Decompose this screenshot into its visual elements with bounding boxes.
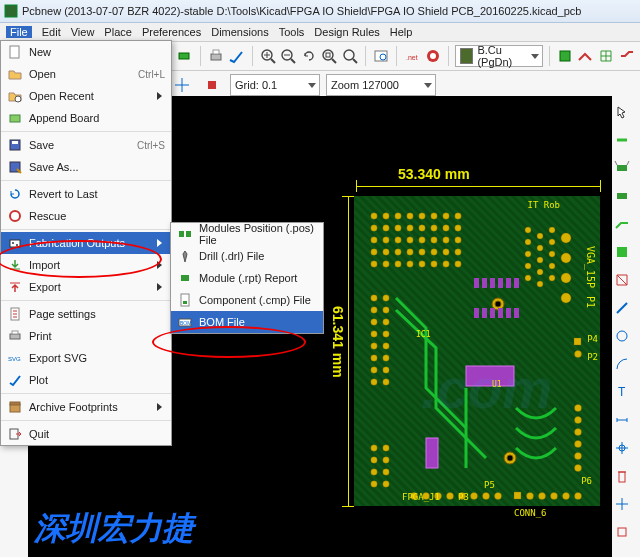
mode-track-icon[interactable] (576, 44, 595, 68)
svg-point-157 (15, 96, 21, 102)
svg-point-57 (371, 249, 377, 255)
svg-rect-138 (466, 366, 514, 386)
highlight-icon[interactable] (610, 128, 634, 152)
layer-label: B.Cu (PgDn) (477, 44, 527, 68)
svg-point-97 (371, 355, 377, 361)
netlist-icon[interactable]: .net (403, 44, 422, 68)
menu-item-new[interactable]: New (1, 41, 171, 63)
menu-item-archive[interactable]: Archive Footprints (1, 396, 171, 418)
menu-item-page-settings[interactable]: Page settings (1, 303, 171, 325)
menu-place[interactable]: Place (104, 26, 132, 38)
menu-item-export[interactable]: Export (1, 276, 171, 298)
zoom-auto-icon[interactable] (341, 44, 360, 68)
svg-rect-148 (506, 278, 511, 288)
layer-select[interactable]: B.Cu (PgDn) (455, 45, 543, 67)
menu-help[interactable]: Help (390, 26, 413, 38)
svg-point-44 (407, 225, 413, 231)
svg-point-108 (371, 445, 377, 451)
export-icon (7, 279, 23, 295)
menu-item-save-as[interactable]: Save As... (1, 156, 171, 178)
plot-icon[interactable] (227, 44, 246, 68)
add-line-icon[interactable] (610, 296, 634, 320)
menu-file[interactable]: File (6, 26, 32, 38)
svg-point-102 (383, 319, 389, 325)
menu-tools[interactable]: Tools (279, 26, 305, 38)
add-module-icon[interactable] (610, 184, 634, 208)
menu-item-rescue[interactable]: Rescue (1, 205, 171, 227)
svg-point-69 (419, 261, 425, 267)
svg-point-76 (561, 293, 571, 303)
add-arc-icon[interactable] (610, 352, 634, 376)
menu-edit[interactable]: Edit (42, 26, 61, 38)
cursor-crosshair-icon[interactable] (170, 73, 194, 97)
offset-icon[interactable] (610, 492, 634, 516)
module-ratsnest-icon[interactable] (610, 156, 634, 180)
svg-point-114 (383, 469, 389, 475)
menu-item-import[interactable]: Import (1, 254, 171, 276)
zoom-select[interactable]: Zoom 127000 (326, 74, 436, 96)
mode-footprint-icon[interactable] (556, 44, 575, 68)
svg-point-42 (383, 225, 389, 231)
menu-item-save[interactable]: SaveCtrl+S (1, 134, 171, 156)
submenu-component-cmp[interactable]: Component (.cmp) File (171, 289, 323, 311)
drc-icon[interactable] (424, 44, 443, 68)
svg-rect-153 (498, 308, 503, 318)
add-text-icon[interactable]: T (610, 380, 634, 404)
menu-item-plot[interactable]: Plot (1, 369, 171, 391)
svg-rect-151 (482, 308, 487, 318)
menu-preferences[interactable]: Preferences (142, 26, 201, 38)
grid-select[interactable]: Grid: 0.1 (230, 74, 320, 96)
menu-item-revert[interactable]: Revert to Last (1, 183, 171, 205)
zoom-out-icon[interactable] (279, 44, 298, 68)
menu-item-fabrication-outputs[interactable]: Fabrication Outputs (1, 232, 171, 254)
svg-point-119 (447, 493, 454, 500)
menu-item-quit[interactable]: Quit (1, 423, 171, 445)
svg-point-70 (431, 261, 437, 267)
svg-point-136 (575, 453, 582, 460)
menu-item-open[interactable]: OpenCtrl+L (1, 63, 171, 85)
add-dimension-icon[interactable] (610, 408, 634, 432)
find-icon[interactable] (372, 44, 391, 68)
refresh-icon[interactable] (299, 44, 318, 68)
file-menu: New OpenCtrl+L Open Recent Append Board … (0, 40, 172, 446)
add-keepout-icon[interactable] (610, 268, 634, 292)
menu-view[interactable]: View (71, 26, 95, 38)
delete-icon[interactable] (610, 464, 634, 488)
menu-item-append[interactable]: Append Board (1, 107, 171, 129)
app-icon (4, 4, 18, 18)
print-icon[interactable] (206, 44, 225, 68)
zoom-in-icon[interactable] (258, 44, 277, 68)
svg-rect-10 (326, 53, 330, 57)
tool-router-icon[interactable] (617, 44, 636, 68)
submenu-module-rpt[interactable]: Module (.rpt) Report (171, 267, 323, 289)
menu-item-open-recent[interactable]: Open Recent (1, 85, 171, 107)
svg-point-88 (525, 239, 531, 245)
arrow-icon[interactable] (610, 100, 634, 124)
svg-rect-130 (574, 338, 581, 345)
grid-origin-icon[interactable] (610, 520, 634, 544)
tool-via-icon[interactable] (200, 73, 224, 97)
menu-item-export-svg[interactable]: SVGExport SVG (1, 347, 171, 369)
menu-item-print[interactable]: Print (1, 325, 171, 347)
menu-design-rules[interactable]: Design Rules (314, 26, 379, 38)
svg-rect-27 (617, 193, 627, 199)
add-circle-icon[interactable] (610, 324, 634, 348)
add-zone-icon[interactable] (610, 240, 634, 264)
svg-rect-18 (208, 81, 216, 89)
svg-point-34 (383, 213, 389, 219)
submenu-modules-pos[interactable]: Modules Position (.pos) File (171, 223, 323, 245)
submenu-bom[interactable]: BOMBOM File (171, 311, 323, 333)
svg-rect-177 (183, 301, 187, 304)
submenu-drill[interactable]: Drill (.drl) File (171, 245, 323, 267)
titlebar: Pcbnew (2013-07-07 BZR 4022)-stable D:\T… (0, 0, 640, 23)
svg-rect-163 (10, 240, 20, 247)
silk-p4: P4 (587, 334, 598, 344)
add-target-icon[interactable] (610, 436, 634, 460)
silk-u1: U1 (492, 380, 502, 389)
zoom-fit-icon[interactable] (320, 44, 339, 68)
tool-grid-icon[interactable] (597, 44, 616, 68)
menu-dimensions[interactable]: Dimensions (211, 26, 268, 38)
add-track-icon[interactable] (610, 212, 634, 236)
svg-rect-171 (10, 402, 20, 405)
module-icon[interactable] (175, 44, 194, 68)
